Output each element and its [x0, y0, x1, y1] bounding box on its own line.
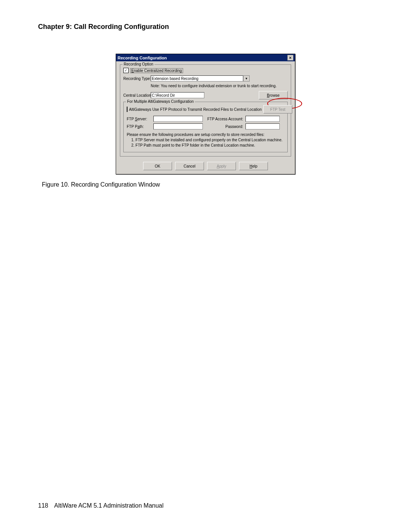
dialog-titlebar: Recording Configuration ✕: [116, 54, 295, 61]
procedures-intro: Please ensure the following procedures a…: [127, 133, 284, 137]
page-number: 118: [38, 502, 48, 509]
enable-underline: E: [131, 69, 134, 73]
help-rest: elp: [252, 164, 257, 168]
close-icon[interactable]: ✕: [287, 55, 293, 61]
ftp-path-input[interactable]: [153, 123, 203, 129]
figure-caption: Figure 10. Recording Configuration Windo…: [42, 181, 160, 188]
apply-rest: pply: [219, 164, 226, 168]
ftp-server-label: FTP Server:: [127, 117, 151, 121]
recording-type-row: Recording Type: ▼: [123, 75, 288, 81]
dialog-body: Recording Option ✓ Enable Centralized Re…: [116, 61, 295, 174]
browse-button[interactable]: Browse: [259, 91, 288, 99]
enable-rest: nable Centralized Recording: [134, 69, 182, 73]
procedure-1: 1. FTP Server must be installed and conf…: [131, 138, 284, 142]
ftp-path-label: FTP Path:: [127, 125, 151, 129]
browse-rest: rowse: [269, 93, 280, 97]
page-footer: 118 AltiWare ACM 5.1 Administration Manu…: [38, 502, 164, 509]
browse-ul: B: [267, 93, 269, 97]
password-label: Password:: [205, 125, 243, 129]
procedure-2: 2. FTP Path must point to the FTP folder…: [131, 143, 284, 147]
central-location-row: Central Location: Browse: [123, 91, 288, 99]
inner-group-legend: For Multiple AltiGateways Configuration: [126, 99, 195, 104]
central-location-label: Central Location:: [123, 93, 149, 97]
ftp-server-rest: erver:: [137, 117, 147, 121]
dialog-title: Recording Configuration: [118, 56, 167, 60]
password-input[interactable]: [245, 123, 280, 129]
recording-configuration-dialog: Recording Configuration ✕ Recording Opti…: [116, 54, 295, 174]
chapter-title: Chapter 9: Call Recording Configuration: [38, 23, 373, 31]
ftp-test-button[interactable]: FTP Test: [263, 105, 292, 113]
ftp-protocol-checkbox[interactable]: [127, 107, 127, 112]
figure-wrap: Recording Configuration ✕ Recording Opti…: [38, 54, 373, 188]
ftp-server-input[interactable]: [153, 116, 203, 122]
cancel-button[interactable]: Cancel: [175, 162, 204, 170]
document-page: Chapter 9: Call Recording Configuration …: [0, 0, 411, 532]
help-ul: H: [250, 164, 252, 168]
recording-type-label: Recording Type:: [123, 77, 149, 81]
ftp-protocol-row: AltiGateways Use FTP Protocol to Transmi…: [127, 105, 284, 113]
ok-button[interactable]: OK: [143, 162, 172, 170]
recording-note: Note: You need to configure individual e…: [151, 84, 288, 88]
enable-centralized-checkbox[interactable]: ✓: [123, 68, 129, 73]
enable-centralized-row: ✓ Enable Centralized Recording: [123, 68, 288, 73]
ftp-protocol-label: AltiGateways Use FTP Protocol to Transmi…: [129, 107, 262, 112]
ftp-server-pre: FTP: [127, 117, 135, 121]
ftp-path-rest: th:: [140, 125, 144, 129]
enable-centralized-label: Enable Centralized Recording: [130, 68, 183, 73]
help-button[interactable]: Help: [239, 162, 268, 170]
central-location-input[interactable]: [151, 92, 204, 98]
ftp-access-account-input[interactable]: [245, 116, 280, 122]
ftp-path-pre: FTP P: [127, 125, 137, 129]
multi-altigateways-group: For Multiple AltiGateways Configuration …: [123, 102, 288, 152]
ftp-access-account-label: FTP Access Account:: [205, 117, 243, 121]
chevron-down-icon[interactable]: ▼: [243, 75, 250, 81]
recording-type-select[interactable]: ▼: [151, 75, 250, 81]
footer-text: AltiWare ACM 5.1 Administration Manual: [54, 502, 164, 509]
ftp-fields-grid: FTP Server: FTP Access Account: FTP Path…: [127, 116, 284, 129]
group-legend: Recording Option: [123, 62, 155, 66]
apply-button[interactable]: Apply: [207, 162, 236, 170]
dialog-button-row: OK Cancel Apply Help: [120, 162, 291, 170]
recording-type-value[interactable]: [151, 75, 243, 81]
recording-option-group: Recording Option ✓ Enable Centralized Re…: [120, 64, 291, 157]
